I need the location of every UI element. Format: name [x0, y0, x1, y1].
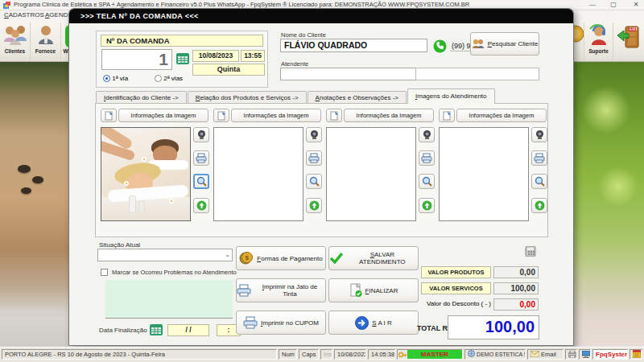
image-note-button[interactable] [101, 109, 117, 122]
image-info-button[interactable]: Informações da Imagem [344, 109, 434, 122]
comanda-number-field[interactable]: 1 [101, 49, 172, 70]
discount-value[interactable]: 0,00 [493, 298, 539, 311]
status-num: Num [279, 349, 297, 360]
image-info-button[interactable]: Informações da Imagem [456, 109, 547, 122]
image-side-buttons [419, 127, 436, 221]
radio-via1[interactable]: 1ª via [103, 75, 128, 82]
situation-label: Situação Atual [99, 241, 140, 249]
finalization-date-field[interactable]: / / [167, 324, 209, 336]
image-note-button[interactable] [326, 109, 342, 122]
zoom-image-button[interactable] [419, 174, 435, 189]
image-note-button[interactable] [439, 109, 455, 122]
print-coupon-button[interactable]: Imprimir no CUPOM [236, 311, 326, 335]
magnifier-icon [535, 176, 545, 187]
zoom-image-button[interactable] [193, 174, 209, 189]
image-info-button[interactable]: Informações da Imagem [231, 109, 321, 122]
clientes-icon [2, 24, 28, 48]
webcam-button[interactable] [419, 127, 435, 142]
globe-icon [468, 350, 475, 357]
load-image-button[interactable] [531, 198, 547, 213]
note-icon [443, 111, 452, 121]
print-inkjet-label: Imprimir na Jato de Tinta [254, 283, 325, 298]
zoom-image-button[interactable] [531, 174, 547, 189]
status-calendar[interactable] [630, 349, 642, 360]
toolbar-clientes-button[interactable]: Clientes [0, 23, 31, 61]
problem-checkbox[interactable] [101, 269, 108, 276]
toolbar-fornecedores-button[interactable]: Fornece [31, 23, 61, 61]
print-image-button[interactable] [419, 150, 435, 166]
calculator-icon[interactable] [525, 246, 537, 257]
note-icon [330, 111, 339, 121]
problem-memo[interactable] [105, 280, 233, 319]
load-image-button[interactable] [419, 198, 435, 213]
comanda-time-field[interactable]: 13:55 [241, 50, 265, 62]
attendant-combo[interactable]: ⌄ [280, 68, 427, 80]
tab-identificacao-cliente[interactable]: Identificação do Cliente -> [96, 91, 187, 104]
image-side-buttons [193, 127, 210, 221]
finalize-button[interactable]: FINALIZAR [328, 278, 419, 302]
save-button-label: SALVAR ATENDIMENTO [347, 251, 418, 265]
comanda-date-field[interactable]: 10/08/2023 [192, 50, 239, 62]
zoom-image-button[interactable] [306, 174, 322, 189]
status-email[interactable]: Email [527, 349, 564, 360]
load-image-button[interactable] [306, 198, 322, 213]
webcam-button[interactable] [531, 127, 547, 142]
printer-icon [534, 153, 545, 163]
exit-button[interactable]: S A I R [328, 311, 419, 335]
image-slot-empty[interactable] [213, 127, 303, 221]
webcam-button[interactable] [193, 127, 209, 142]
upload-icon [422, 200, 432, 211]
print-inkjet-button[interactable]: Imprimir na Jato de Tinta [236, 278, 326, 302]
image-slot-empty[interactable] [439, 127, 529, 221]
load-image-button[interactable] [193, 198, 209, 213]
client-name-field[interactable]: FLÁVIO QUADRADO [280, 39, 427, 52]
webcam-button[interactable] [306, 127, 322, 142]
document-check-icon [349, 283, 362, 298]
chevron-down-icon: ⌄ [225, 251, 230, 258]
image-panel-2: Informações da Imagem [213, 109, 323, 233]
whatsapp-phone-icon[interactable] [433, 39, 447, 53]
image-slot-empty[interactable] [326, 127, 416, 221]
print-image-button[interactable] [193, 150, 209, 166]
status-date: 10/08/2023 [334, 349, 366, 360]
note-icon [105, 111, 114, 121]
search-client-button[interactable]: Pesquisar Cliente [470, 32, 539, 56]
products-value: 0,00 [493, 266, 539, 278]
maximize-button[interactable]: ▢ [605, 0, 621, 10]
image-side-buttons [531, 127, 548, 221]
print-image-button[interactable] [531, 150, 547, 166]
image-info-button[interactable]: Informações da Imagem [118, 109, 208, 122]
print-image-button[interactable] [306, 150, 322, 166]
close-button[interactable]: ✕ [628, 0, 644, 10]
menu-cadastros[interactable]: CADASTROS [4, 11, 44, 19]
minimize-button[interactable]: — [584, 0, 601, 10]
printer-icon [243, 316, 258, 329]
radio-via2[interactable]: 2ª vias [155, 75, 183, 82]
image-slot-spa-photo[interactable] [101, 127, 191, 221]
tab-anotacoes-observacoes[interactable]: Anotações e Observações -> [308, 91, 407, 104]
calendar-icon[interactable] [176, 53, 189, 64]
status-monitor[interactable] [579, 349, 591, 360]
status-caps: Caps [299, 349, 319, 360]
coins-icon: $ [239, 251, 254, 265]
webcam-icon [196, 130, 207, 140]
toolbar-exit-button[interactable]: EXIT [613, 23, 644, 61]
tab-produtos-servicos[interactable]: Relação dos Produtos e Serviços -> [188, 91, 307, 104]
dialog-titlebar[interactable]: >>> TELA Nº DA COMANDA <<< [69, 9, 573, 23]
status-printer[interactable] [565, 349, 577, 360]
image-note-button[interactable] [213, 109, 229, 122]
app-icon [3, 2, 10, 9]
toolbar-suporte-button[interactable]: Suporte [584, 23, 613, 61]
suporte-icon [587, 24, 611, 48]
situation-combo[interactable]: ⌄ [97, 249, 233, 261]
status-license: DEMO ESTETICA 5.0 [464, 349, 526, 360]
calendar-icon[interactable] [150, 324, 163, 335]
radio-via2-dot[interactable] [155, 75, 162, 82]
radio-via1-dot[interactable] [103, 75, 110, 82]
key-icon [398, 352, 407, 358]
save-button[interactable]: SALVAR ATENDIMENTO [328, 246, 419, 270]
payment-button[interactable]: $ Formas de Pagamento [236, 246, 326, 270]
attendant-extra-field[interactable] [415, 68, 539, 80]
tab-imagens-atendimento[interactable]: Imagens do Atendimento [407, 88, 495, 104]
envelope-icon [530, 351, 539, 357]
